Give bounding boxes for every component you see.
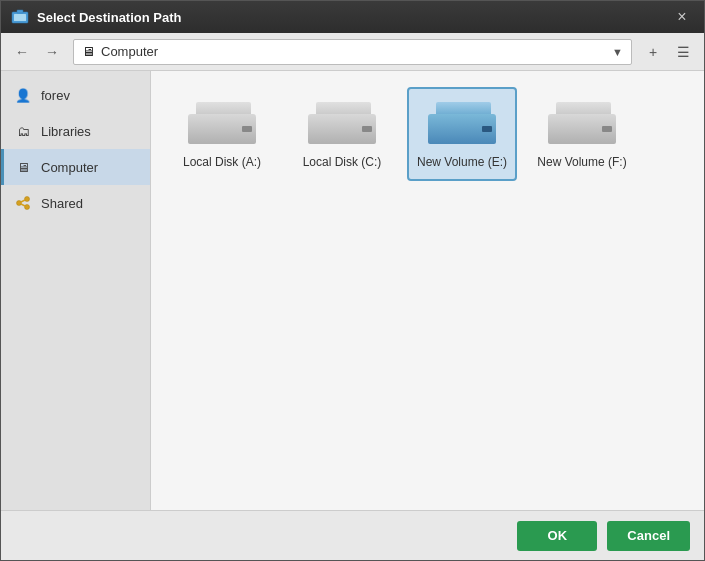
file-item-local-a[interactable]: Local Disk (A:)	[167, 87, 277, 181]
file-label-new-vol-e: New Volume (E:)	[417, 155, 507, 171]
drive-icon-a	[186, 97, 258, 149]
sidebar-item-forev[interactable]: 👤 forev	[1, 77, 150, 113]
forward-button[interactable]: →	[39, 39, 65, 65]
close-button[interactable]: ×	[670, 5, 694, 29]
svg-point-3	[17, 201, 22, 206]
cancel-button[interactable]: Cancel	[607, 521, 690, 551]
view-toggle-button[interactable]: ☰	[670, 39, 696, 65]
file-item-local-c[interactable]: Local Disk (C:)	[287, 87, 397, 181]
dialog-icon	[11, 8, 29, 26]
svg-line-6	[21, 200, 25, 202]
drive-icon-f	[546, 97, 618, 149]
user-icon: 👤	[13, 85, 33, 105]
computer-icon: 🖥	[13, 157, 33, 177]
sidebar-label-shared: Shared	[41, 196, 83, 211]
files-grid: Local Disk (A:) Local Disk (C:)	[167, 87, 688, 181]
breadcrumb-text: Computer	[101, 44, 158, 59]
new-folder-button[interactable]: +	[640, 39, 666, 65]
footer: OK Cancel	[1, 510, 704, 560]
libraries-icon: 🗂	[13, 121, 33, 141]
sidebar-label-libraries: Libraries	[41, 124, 91, 139]
dialog: Select Destination Path × ← → 🖥 Computer…	[0, 0, 705, 561]
file-item-new-vol-f[interactable]: New Volume (F:)	[527, 87, 637, 181]
back-button[interactable]: ←	[9, 39, 35, 65]
sidebar-item-computer[interactable]: 🖥 Computer	[1, 149, 150, 185]
file-label-new-vol-f: New Volume (F:)	[537, 155, 626, 171]
svg-line-7	[21, 204, 25, 206]
sidebar: 👤 forev 🗂 Libraries 🖥 Computer	[1, 71, 151, 510]
drive-icon-e	[426, 97, 498, 149]
content-area: 👤 forev 🗂 Libraries 🖥 Computer	[1, 71, 704, 510]
main-panel: Local Disk (A:) Local Disk (C:)	[151, 71, 704, 510]
svg-rect-1	[14, 14, 26, 21]
sidebar-label-computer: Computer	[41, 160, 98, 175]
drive-icon-c	[306, 97, 378, 149]
svg-point-5	[25, 205, 30, 210]
svg-point-4	[25, 197, 30, 202]
sidebar-item-libraries[interactable]: 🗂 Libraries	[1, 113, 150, 149]
svg-rect-2	[17, 10, 23, 13]
sidebar-item-shared[interactable]: Shared	[1, 185, 150, 221]
ok-button[interactable]: OK	[517, 521, 597, 551]
file-label-local-a: Local Disk (A:)	[183, 155, 261, 171]
file-item-new-vol-e[interactable]: New Volume (E:)	[407, 87, 517, 181]
sidebar-label-forev: forev	[41, 88, 70, 103]
breadcrumb-dropdown-icon[interactable]: ▼	[612, 46, 623, 58]
breadcrumb-bar[interactable]: 🖥 Computer ▼	[73, 39, 632, 65]
title-bar: Select Destination Path ×	[1, 1, 704, 33]
shared-icon	[13, 193, 33, 213]
breadcrumb-icon: 🖥	[82, 44, 95, 59]
file-label-local-c: Local Disk (C:)	[303, 155, 382, 171]
dialog-title: Select Destination Path	[37, 10, 670, 25]
toolbar: ← → 🖥 Computer ▼ + ☰	[1, 33, 704, 71]
